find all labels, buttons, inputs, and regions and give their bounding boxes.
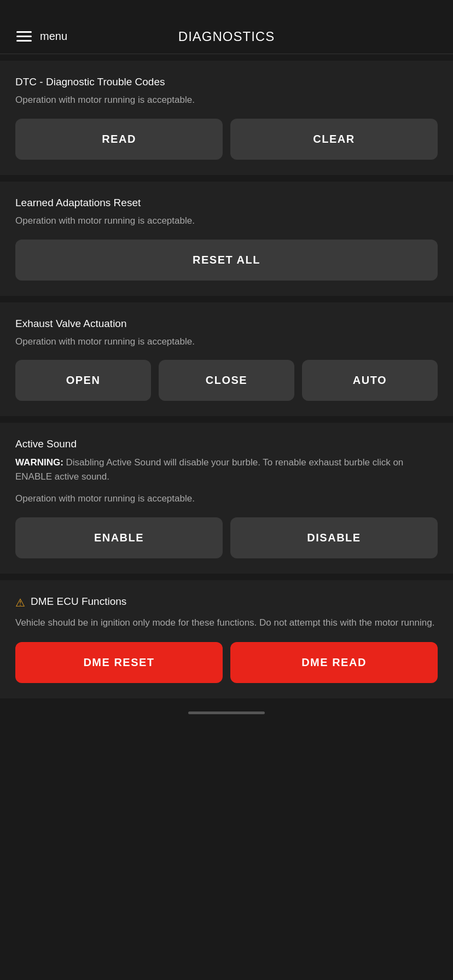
warning-triangle-icon: ⚠ <box>15 596 25 609</box>
dtc-title: DTC - Diagnostic Trouble Codes <box>15 76 438 88</box>
exhaust-section: Exhaust Valve Actuation Operation with m… <box>0 302 453 417</box>
learned-button-row: RESET ALL <box>15 240 438 281</box>
reset-all-button[interactable]: RESET ALL <box>15 240 438 281</box>
active-sound-button-row: ENABLE DISABLE <box>15 517 438 558</box>
dtc-section: DTC - Diagnostic Trouble Codes Operation… <box>0 61 453 175</box>
active-sound-disable-button[interactable]: DISABLE <box>230 517 438 558</box>
header: menu DIAGNOSTICS <box>0 0 453 54</box>
active-sound-description: Operation with motor running is acceptab… <box>15 492 438 505</box>
dme-warning-row: ⚠ DME ECU Functions <box>15 596 438 609</box>
dme-read-button[interactable]: DME READ <box>230 642 438 683</box>
active-sound-warning: WARNING: Disabling Active Sound will dis… <box>15 456 438 483</box>
warning-bold: WARNING: <box>15 457 63 468</box>
dtc-read-button[interactable]: READ <box>15 119 223 160</box>
dme-button-row: DME RESET DME READ <box>15 642 438 683</box>
exhaust-button-row: OPEN CLOSE AUTO <box>15 360 438 401</box>
learned-description: Operation with motor running is acceptab… <box>15 214 438 228</box>
dtc-description: Operation with motor running is acceptab… <box>15 94 438 107</box>
home-indicator <box>0 705 453 725</box>
home-bar <box>188 711 265 714</box>
dme-description: Vehicle should be in ignition only mode … <box>15 616 438 630</box>
learned-title: Learned Adaptations Reset <box>15 197 438 209</box>
active-sound-title: Active Sound <box>15 438 438 450</box>
exhaust-description: Operation with motor running is acceptab… <box>15 335 438 348</box>
menu-button[interactable] <box>16 31 32 42</box>
active-sound-section: Active Sound WARNING: Disabling Active S… <box>0 423 453 574</box>
exhaust-close-button[interactable]: CLOSE <box>159 360 294 401</box>
dtc-button-row: READ CLEAR <box>15 119 438 160</box>
dtc-clear-button[interactable]: CLEAR <box>230 119 438 160</box>
exhaust-open-button[interactable]: OPEN <box>15 360 151 401</box>
page-title: DIAGNOSTICS <box>178 29 275 44</box>
exhaust-auto-button[interactable]: AUTO <box>302 360 438 401</box>
active-sound-enable-button[interactable]: ENABLE <box>15 517 223 558</box>
learned-section: Learned Adaptations Reset Operation with… <box>0 182 453 296</box>
dme-reset-button[interactable]: DME RESET <box>15 642 223 683</box>
exhaust-title: Exhaust Valve Actuation <box>15 318 438 330</box>
dme-section: ⚠ DME ECU Functions Vehicle should be in… <box>0 580 453 698</box>
dme-title: DME ECU Functions <box>31 596 126 608</box>
warning-detail: Disabling Active Sound will disable your… <box>15 457 403 482</box>
main-content: DTC - Diagnostic Trouble Codes Operation… <box>0 61 453 698</box>
menu-label: menu <box>40 30 67 43</box>
